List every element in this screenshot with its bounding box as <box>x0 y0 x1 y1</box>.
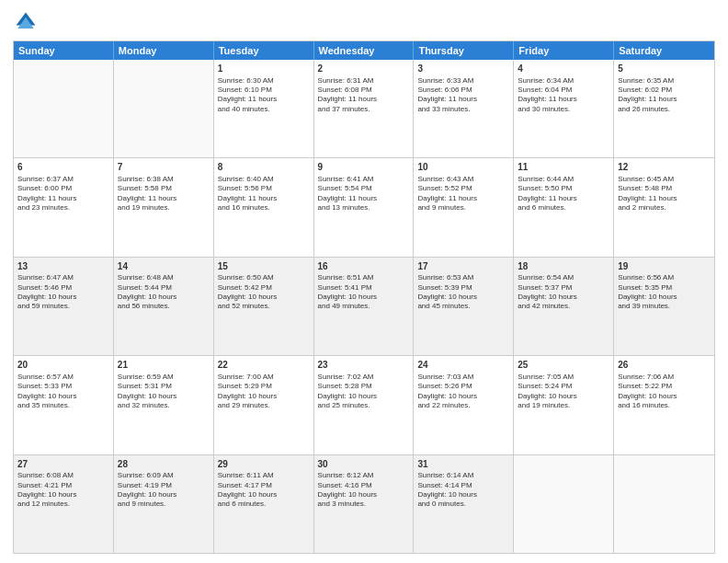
calendar-cell-day-27: 27Sunrise: 6:08 AM Sunset: 4:21 PM Dayli… <box>14 455 114 553</box>
calendar-cell-day-30: 30Sunrise: 6:12 AM Sunset: 4:16 PM Dayli… <box>314 455 415 553</box>
day-detail: Sunrise: 6:44 AM Sunset: 5:50 PM Dayligh… <box>518 175 609 213</box>
calendar-row-0: 1Sunrise: 6:30 AM Sunset: 6:10 PM Daylig… <box>14 60 714 157</box>
header-day-sunday: Sunday <box>14 41 114 60</box>
day-detail: Sunrise: 6:14 AM Sunset: 4:14 PM Dayligh… <box>417 471 509 510</box>
day-detail: Sunrise: 6:45 AM Sunset: 5:48 PM Dayligh… <box>618 175 711 213</box>
day-detail: Sunrise: 6:38 AM Sunset: 5:58 PM Dayligh… <box>118 175 210 213</box>
day-detail: Sunrise: 6:08 AM Sunset: 4:21 PM Dayligh… <box>17 471 109 510</box>
day-number: 27 <box>17 458 109 471</box>
day-number: 20 <box>17 359 109 372</box>
header-day-tuesday: Tuesday <box>214 41 314 60</box>
day-number: 15 <box>218 260 310 273</box>
day-number: 23 <box>318 359 410 372</box>
calendar-cell-day-4: 4Sunrise: 6:34 AM Sunset: 6:04 PM Daylig… <box>514 60 614 157</box>
day-number: 11 <box>518 161 609 174</box>
day-detail: Sunrise: 6:30 AM Sunset: 6:10 PM Dayligh… <box>218 76 310 115</box>
day-number: 22 <box>218 359 310 372</box>
day-number: 4 <box>518 63 609 75</box>
calendar-cell-day-23: 23Sunrise: 7:02 AM Sunset: 5:28 PM Dayli… <box>314 356 415 454</box>
day-number: 3 <box>417 63 509 75</box>
calendar-cell-day-9: 9Sunrise: 6:41 AM Sunset: 5:54 PM Daylig… <box>314 158 415 256</box>
calendar-cell-day-2: 2Sunrise: 6:31 AM Sunset: 6:08 PM Daylig… <box>314 60 415 157</box>
calendar-row-2: 13Sunrise: 6:47 AM Sunset: 5:46 PM Dayli… <box>14 257 714 355</box>
header-day-saturday: Saturday <box>614 41 714 60</box>
day-detail: Sunrise: 7:06 AM Sunset: 5:22 PM Dayligh… <box>618 373 711 411</box>
calendar-cell-day-6: 6Sunrise: 6:37 AM Sunset: 6:00 PM Daylig… <box>14 158 114 256</box>
calendar-cell-day-13: 13Sunrise: 6:47 AM Sunset: 5:46 PM Dayli… <box>14 258 114 355</box>
day-detail: Sunrise: 6:59 AM Sunset: 5:31 PM Dayligh… <box>118 373 210 411</box>
day-number: 28 <box>118 458 210 471</box>
day-detail: Sunrise: 6:37 AM Sunset: 6:00 PM Dayligh… <box>17 175 109 213</box>
calendar-cell-day-17: 17Sunrise: 6:53 AM Sunset: 5:39 PM Dayli… <box>414 258 514 355</box>
day-detail: Sunrise: 7:05 AM Sunset: 5:24 PM Dayligh… <box>518 373 609 411</box>
day-detail: Sunrise: 7:02 AM Sunset: 5:28 PM Dayligh… <box>318 373 410 411</box>
header <box>13 9 715 35</box>
calendar-cell-day-21: 21Sunrise: 6:59 AM Sunset: 5:31 PM Dayli… <box>114 356 214 454</box>
calendar-cell-day-28: 28Sunrise: 6:09 AM Sunset: 4:19 PM Dayli… <box>114 455 214 553</box>
calendar-row-1: 6Sunrise: 6:37 AM Sunset: 6:00 PM Daylig… <box>14 157 714 256</box>
day-number: 7 <box>118 161 210 174</box>
calendar-cell-day-11: 11Sunrise: 6:44 AM Sunset: 5:50 PM Dayli… <box>514 158 614 256</box>
calendar-cell-day-1: 1Sunrise: 6:30 AM Sunset: 6:10 PM Daylig… <box>214 60 314 157</box>
day-detail: Sunrise: 7:03 AM Sunset: 5:26 PM Dayligh… <box>417 373 509 411</box>
day-detail: Sunrise: 6:51 AM Sunset: 5:41 PM Dayligh… <box>318 273 410 312</box>
calendar-cell-day-25: 25Sunrise: 7:05 AM Sunset: 5:24 PM Dayli… <box>514 356 614 454</box>
day-detail: Sunrise: 6:31 AM Sunset: 6:08 PM Dayligh… <box>318 76 410 115</box>
day-number: 19 <box>618 260 711 273</box>
calendar-cell-day-31: 31Sunrise: 6:14 AM Sunset: 4:14 PM Dayli… <box>414 455 514 553</box>
day-detail: Sunrise: 6:09 AM Sunset: 4:19 PM Dayligh… <box>118 471 210 510</box>
calendar-header: SundayMondayTuesdayWednesdayThursdayFrid… <box>14 41 714 60</box>
day-number: 26 <box>618 359 711 372</box>
day-number: 6 <box>17 161 109 174</box>
calendar-cell-day-26: 26Sunrise: 7:06 AM Sunset: 5:22 PM Dayli… <box>614 356 714 454</box>
day-number: 5 <box>618 63 711 75</box>
day-detail: Sunrise: 6:33 AM Sunset: 6:06 PM Dayligh… <box>417 76 509 115</box>
day-detail: Sunrise: 6:56 AM Sunset: 5:35 PM Dayligh… <box>618 273 711 312</box>
calendar: SundayMondayTuesdayWednesdayThursdayFrid… <box>13 40 715 554</box>
calendar-cell-day-16: 16Sunrise: 6:51 AM Sunset: 5:41 PM Dayli… <box>314 258 415 355</box>
day-number: 24 <box>417 359 509 372</box>
day-number: 31 <box>417 458 509 471</box>
day-number: 29 <box>218 458 310 471</box>
calendar-cell-day-18: 18Sunrise: 6:54 AM Sunset: 5:37 PM Dayli… <box>514 258 614 355</box>
day-detail: Sunrise: 6:12 AM Sunset: 4:16 PM Dayligh… <box>318 471 410 510</box>
page: SundayMondayTuesdayWednesdayThursdayFrid… <box>0 0 728 563</box>
day-detail: Sunrise: 6:57 AM Sunset: 5:33 PM Dayligh… <box>17 373 109 411</box>
day-detail: Sunrise: 6:50 AM Sunset: 5:42 PM Dayligh… <box>218 273 310 312</box>
day-detail: Sunrise: 7:00 AM Sunset: 5:29 PM Dayligh… <box>218 373 310 411</box>
calendar-cell-day-19: 19Sunrise: 6:56 AM Sunset: 5:35 PM Dayli… <box>614 258 714 355</box>
day-detail: Sunrise: 6:47 AM Sunset: 5:46 PM Dayligh… <box>17 273 109 312</box>
day-number: 13 <box>17 260 109 273</box>
header-day-wednesday: Wednesday <box>314 41 415 60</box>
calendar-cell-day-20: 20Sunrise: 6:57 AM Sunset: 5:33 PM Dayli… <box>14 356 114 454</box>
calendar-row-3: 20Sunrise: 6:57 AM Sunset: 5:33 PM Dayli… <box>14 355 714 454</box>
day-number: 12 <box>618 161 711 174</box>
day-detail: Sunrise: 6:41 AM Sunset: 5:54 PM Dayligh… <box>318 175 410 213</box>
day-number: 25 <box>518 359 609 372</box>
day-detail: Sunrise: 6:11 AM Sunset: 4:17 PM Dayligh… <box>218 471 310 510</box>
calendar-cell-day-14: 14Sunrise: 6:48 AM Sunset: 5:44 PM Dayli… <box>114 258 214 355</box>
day-number: 18 <box>518 260 609 273</box>
day-number: 8 <box>218 161 310 174</box>
logo <box>13 9 42 35</box>
day-number: 10 <box>417 161 509 174</box>
calendar-body: 1Sunrise: 6:30 AM Sunset: 6:10 PM Daylig… <box>14 60 714 553</box>
day-number: 16 <box>318 260 410 273</box>
calendar-cell-day-10: 10Sunrise: 6:43 AM Sunset: 5:52 PM Dayli… <box>414 158 514 256</box>
calendar-row-4: 27Sunrise: 6:08 AM Sunset: 4:21 PM Dayli… <box>14 454 714 553</box>
day-number: 9 <box>318 161 410 174</box>
calendar-cell-empty <box>514 455 614 553</box>
day-detail: Sunrise: 6:54 AM Sunset: 5:37 PM Dayligh… <box>518 273 609 312</box>
calendar-cell-day-7: 7Sunrise: 6:38 AM Sunset: 5:58 PM Daylig… <box>114 158 214 256</box>
logo-icon <box>13 9 39 35</box>
day-number: 17 <box>417 260 509 273</box>
calendar-cell-day-29: 29Sunrise: 6:11 AM Sunset: 4:17 PM Dayli… <box>214 455 314 553</box>
calendar-cell-day-22: 22Sunrise: 7:00 AM Sunset: 5:29 PM Dayli… <box>214 356 314 454</box>
day-detail: Sunrise: 6:48 AM Sunset: 5:44 PM Dayligh… <box>118 273 210 312</box>
calendar-cell-day-5: 5Sunrise: 6:35 AM Sunset: 6:02 PM Daylig… <box>614 60 714 157</box>
day-detail: Sunrise: 6:40 AM Sunset: 5:56 PM Dayligh… <box>218 175 310 213</box>
calendar-cell-day-3: 3Sunrise: 6:33 AM Sunset: 6:06 PM Daylig… <box>414 60 514 157</box>
day-detail: Sunrise: 6:35 AM Sunset: 6:02 PM Dayligh… <box>618 76 711 115</box>
calendar-cell-empty <box>614 455 714 553</box>
calendar-cell-day-8: 8Sunrise: 6:40 AM Sunset: 5:56 PM Daylig… <box>214 158 314 256</box>
